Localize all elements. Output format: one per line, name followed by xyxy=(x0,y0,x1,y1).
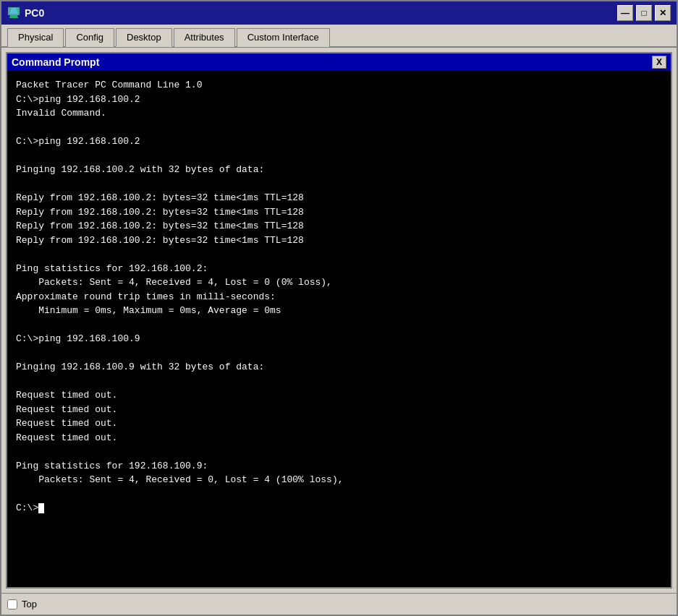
cmd-title-text: Command Prompt xyxy=(12,56,99,68)
svg-rect-2 xyxy=(9,17,18,18)
tab-bar: Physical Config Desktop Attributes Custo… xyxy=(1,25,677,48)
close-button[interactable]: ✕ xyxy=(655,5,671,21)
main-content: Command Prompt X Packet Tracer PC Comman… xyxy=(1,48,677,593)
cmd-close-button[interactable]: X xyxy=(652,56,666,69)
terminal-body[interactable]: Packet Tracer PC Command Line 1.0 C:\>pi… xyxy=(7,71,671,587)
cmd-window: Command Prompt X Packet Tracer PC Comman… xyxy=(6,52,672,589)
tab-desktop[interactable]: Desktop xyxy=(116,28,172,47)
cmd-title-bar: Command Prompt X xyxy=(7,54,671,71)
minimize-button[interactable]: — xyxy=(617,5,633,21)
tab-custom-interface[interactable]: Custom Interface xyxy=(237,28,330,47)
top-label: Top xyxy=(22,599,37,609)
tab-config[interactable]: Config xyxy=(65,28,114,47)
title-bar: PC0 — □ ✕ xyxy=(1,1,677,25)
title-controls: — □ ✕ xyxy=(617,5,671,21)
top-checkbox[interactable] xyxy=(7,599,17,609)
svg-rect-1 xyxy=(10,15,17,17)
window-title: PC0 xyxy=(25,7,44,19)
tab-physical[interactable]: Physical xyxy=(7,28,64,47)
maximize-button[interactable]: □ xyxy=(636,5,652,21)
main-window: PC0 — □ ✕ Physical Config Desktop Attrib… xyxy=(0,0,678,616)
tab-attributes[interactable]: Attributes xyxy=(174,28,235,47)
title-bar-left: PC0 xyxy=(7,7,44,20)
bottom-bar: Top xyxy=(1,593,677,615)
pc-icon xyxy=(7,7,20,20)
